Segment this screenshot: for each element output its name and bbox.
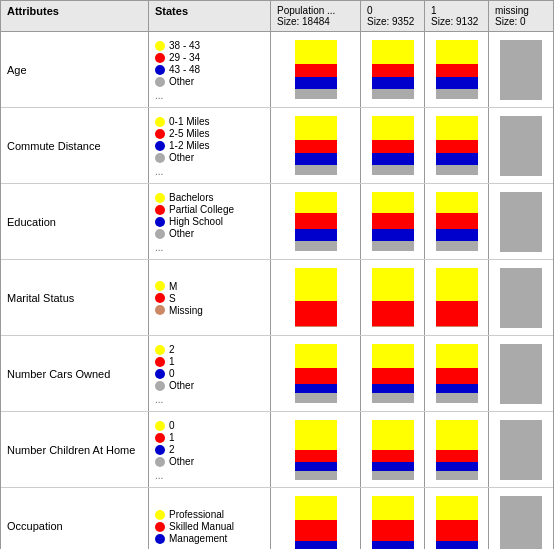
stacked-bar [436, 268, 478, 328]
pop-chart-cell [271, 412, 361, 487]
bar-segment [436, 77, 478, 89]
attr-cell: Education [1, 184, 149, 259]
bar-segment [372, 116, 414, 140]
legend-label: High School [169, 216, 223, 227]
stacked-bar [436, 344, 478, 404]
bar-segment [295, 420, 337, 450]
bar-segment [372, 77, 414, 89]
missing-chart-cell [489, 412, 553, 487]
bar-segment [295, 165, 337, 176]
legend-dot [155, 421, 165, 431]
legend-item: Other [155, 456, 264, 467]
bar-segment [295, 301, 337, 327]
legend-item: 2 [155, 444, 264, 455]
bar-segment [436, 192, 478, 213]
header-col1: 1 Size: 9132 [425, 1, 489, 31]
col1-chart-cell [425, 336, 489, 411]
legend-dot [155, 381, 165, 391]
pop-chart-cell [271, 184, 361, 259]
missing-block [500, 344, 542, 404]
legend-item: Other [155, 152, 264, 163]
bar-segment [436, 153, 478, 165]
bar-segment [436, 241, 478, 251]
missing-chart-cell [489, 336, 553, 411]
bar-segment [295, 268, 337, 301]
bar-segment [295, 153, 337, 165]
bar-segment [436, 229, 478, 241]
stacked-bar [372, 192, 414, 252]
states-cell: 012Other... [149, 412, 271, 487]
bar-segment [372, 153, 414, 165]
missing-block [500, 192, 542, 252]
legend-dot [155, 217, 165, 227]
bar-segment [295, 462, 337, 471]
table-row: OccupationProfessionalSkilled ManualMana… [1, 488, 553, 549]
col1-chart-cell [425, 108, 489, 183]
legend-dot [155, 117, 165, 127]
header-states: States [149, 1, 271, 31]
header-missing: missing Size: 0 [489, 1, 553, 31]
legend-dot [155, 293, 165, 303]
stacked-bar [372, 40, 414, 100]
stacked-bar [295, 268, 337, 328]
col0-chart-cell [361, 260, 425, 335]
bar-segment [372, 368, 414, 385]
bar-segment [295, 241, 337, 251]
legend-label: Professional [169, 509, 224, 520]
stacked-bar [436, 40, 478, 100]
stacked-bar [436, 192, 478, 252]
bar-segment [295, 229, 337, 241]
missing-chart-cell [489, 488, 553, 549]
legend-item: Other [155, 228, 264, 239]
legend-dot [155, 534, 165, 544]
attr-label: Age [7, 64, 27, 76]
missing-chart-cell [489, 260, 553, 335]
legend-dot [155, 510, 165, 520]
legend-dot [155, 53, 165, 63]
missing-block [500, 40, 542, 100]
legend-item: Partial College [155, 204, 264, 215]
bar-segment [295, 326, 337, 327]
legend-dot [155, 522, 165, 532]
attr-label: Occupation [7, 520, 63, 532]
legend-label: Other [169, 228, 194, 239]
missing-block [500, 116, 542, 176]
legend-dot [155, 433, 165, 443]
bar-segment [436, 496, 478, 520]
legend-dot [155, 65, 165, 75]
bar-segment [372, 471, 414, 480]
states-cell: 38 - 4329 - 3443 - 48Other... [149, 32, 271, 107]
attr-cell: Marital Status [1, 260, 149, 335]
legend-item: 2 [155, 344, 264, 355]
legend-label: M [169, 281, 177, 292]
legend-item: Bachelors [155, 192, 264, 203]
legend-label: Other [169, 76, 194, 87]
bar-segment [372, 213, 414, 230]
bar-segment [295, 471, 337, 480]
bar-segment [295, 64, 337, 77]
col0-chart-cell [361, 488, 425, 549]
legend-item: 1 [155, 356, 264, 367]
attr-label: Number Cars Owned [7, 368, 110, 380]
table-row: Number Children At Home012Other... [1, 412, 553, 488]
stacked-bar [436, 496, 478, 549]
legend-item: 38 - 43 [155, 40, 264, 51]
attr-cell: Number Children At Home [1, 412, 149, 487]
legend-label: 1 [169, 432, 175, 443]
stacked-bar [436, 420, 478, 480]
legend-item: S [155, 293, 264, 304]
legend-label: Management [169, 533, 227, 544]
header-col0: 0 Size: 9352 [361, 1, 425, 31]
bar-segment [436, 393, 478, 403]
bar-segment [295, 77, 337, 89]
legend-dot [155, 305, 165, 315]
stacked-bar [372, 344, 414, 404]
stacked-bar [372, 116, 414, 176]
states-cell: 0-1 Miles2-5 Miles1-2 MilesOther... [149, 108, 271, 183]
bar-segment [295, 384, 337, 393]
stacked-bar [295, 40, 337, 100]
bar-segment [436, 140, 478, 153]
bar-segment [436, 462, 478, 471]
legend-dot [155, 129, 165, 139]
attr-label: Number Children At Home [7, 444, 135, 456]
